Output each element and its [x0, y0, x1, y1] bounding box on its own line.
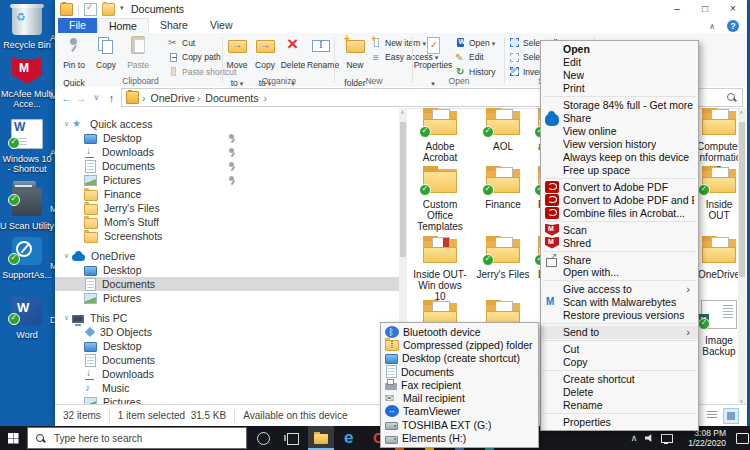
context-menu-item[interactable]: Scan with Malwarebytes: [541, 296, 698, 309]
action-center-icon[interactable]: [732, 426, 748, 450]
scrollbar-thumb[interactable]: [400, 122, 406, 257]
context-menu-item[interactable]: Convert to Adobe PDF and EMail: [541, 193, 698, 206]
ribbon-small-button[interactable]: Edit: [455, 51, 505, 64]
context-menu-item[interactable]: Open: [541, 43, 698, 56]
nav-item[interactable]: Downloads: [55, 145, 407, 159]
taskbar-search[interactable]: [27, 427, 247, 449]
send-to-item[interactable]: Elements (H:): [381, 431, 538, 444]
desktop-icon[interactable]: McAfee Multi Acce...: [0, 56, 54, 110]
back-button[interactable]: ←: [59, 92, 74, 104]
file-explorer-taskbar-icon[interactable]: [308, 426, 334, 450]
maximize-button[interactable]: □: [691, 0, 719, 18]
context-menu-item[interactable]: Give access to: [541, 283, 698, 296]
nav-item[interactable]: Downloads: [55, 367, 407, 381]
send-to-item[interactable]: Compressed (zipped) folder: [381, 338, 538, 351]
file-tile[interactable]: Inside OUT-Win dows 10: [413, 236, 467, 302]
context-menu-item[interactable]: Always keep on this device: [541, 151, 698, 164]
file-tile[interactable]: AOL: [476, 108, 530, 152]
send-to-item[interactable]: Desktop (create shortcut): [381, 352, 538, 365]
context-menu-item[interactable]: Convert to Adobe PDF: [541, 180, 698, 193]
nav-item[interactable]: Music: [55, 381, 407, 395]
send-to-item[interactable]: TOSHIBA EXT (G:): [381, 418, 538, 431]
nav-item[interactable]: Desktop: [55, 339, 407, 353]
context-menu-item[interactable]: Copy: [541, 356, 698, 369]
nav-item[interactable]: Screenshots: [55, 229, 407, 243]
edge-taskbar-icon[interactable]: [337, 426, 363, 450]
qat-new-folder-icon[interactable]: [102, 3, 115, 16]
context-menu-item[interactable]: Delete: [541, 386, 698, 399]
expander-chevron-icon[interactable]: [61, 252, 72, 260]
nav-item[interactable]: Documents: [55, 277, 407, 291]
nav-item[interactable]: This PC: [55, 311, 407, 325]
nav-item[interactable]: Jerry's Files: [55, 201, 407, 215]
file-tile[interactable]: Computer Information: [696, 108, 742, 174]
desktop-icon[interactable]: Windows 10 - Shortcut: [0, 119, 54, 175]
ribbon-tab[interactable]: File: [58, 18, 97, 33]
minimize-button[interactable]: –: [663, 0, 691, 18]
send-to-item[interactable]: TeamViewer: [381, 405, 538, 418]
context-menu-item[interactable]: Open with...: [541, 266, 698, 279]
nav-item[interactable]: Desktop: [55, 131, 407, 145]
forward-button[interactable]: →: [74, 92, 89, 104]
ribbon-collapse-icon[interactable]: ∧: [709, 22, 715, 31]
file-tile[interactable]: Adobe Acrobat: [413, 108, 467, 163]
context-menu-item[interactable]: Share: [541, 112, 698, 125]
context-menu-item[interactable]: Scan: [541, 223, 698, 236]
desktop-icon[interactable]: U Scan Utility: [0, 176, 54, 231]
file-tile[interactable]: Custom Office Templates: [413, 166, 467, 232]
nav-item[interactable]: Pictures: [55, 173, 407, 187]
file-scrollbar[interactable]: [738, 108, 746, 405]
help-icon[interactable]: ?: [727, 20, 739, 32]
context-menu-item[interactable]: Cut: [541, 343, 698, 356]
nav-item[interactable]: Documents: [55, 353, 407, 367]
cortana-icon[interactable]: [250, 426, 276, 450]
breadcrumb-item[interactable]: OneDrive: [141, 92, 196, 104]
context-menu-item[interactable]: Send to: [541, 326, 698, 339]
start-button[interactable]: [0, 426, 26, 450]
desktop-icon[interactable]: SupportAs...: [0, 235, 54, 280]
context-menu-item[interactable]: Free up space: [541, 163, 698, 176]
expander-chevron-icon[interactable]: [61, 120, 72, 128]
ribbon-small-button[interactable]: Open: [455, 36, 505, 49]
desktop-icon[interactable]: Recycle Bin: [0, 4, 54, 50]
ribbon-tab[interactable]: Share: [149, 18, 199, 33]
nav-item[interactable]: 3D Objects: [55, 325, 407, 339]
qat-customize-arrow-icon[interactable]: [120, 4, 128, 15]
file-tile[interactable]: Image Backup: [696, 300, 742, 357]
send-to-item[interactable]: Mail recipient: [381, 391, 538, 404]
expander-chevron-icon[interactable]: [61, 314, 72, 322]
send-to-item[interactable]: Bluetooth device: [381, 325, 538, 338]
up-button[interactable]: ↑: [104, 92, 119, 104]
context-menu-item[interactable]: View online: [541, 125, 698, 138]
send-to-item[interactable]: Fax recipient: [381, 378, 538, 391]
context-menu-item[interactable]: Create shortcut: [541, 373, 698, 386]
close-button[interactable]: ×: [719, 0, 747, 18]
recent-locations-icon[interactable]: ∨: [89, 93, 104, 102]
nav-item[interactable]: Mom's Stuff: [55, 215, 407, 229]
file-tile[interactable]: Jerry's Files: [476, 236, 530, 280]
ribbon-small-button[interactable]: Copy path: [168, 51, 224, 64]
nav-item[interactable]: OneDrive: [55, 249, 407, 263]
nav-item[interactable]: Finance: [55, 187, 407, 201]
breadcrumb-item[interactable]: Documents: [196, 92, 260, 104]
context-menu-item[interactable]: Share: [541, 253, 698, 266]
context-menu-item[interactable]: Rename: [541, 398, 698, 411]
large-icons-view-icon[interactable]: [723, 408, 739, 424]
ribbon-tab[interactable]: View: [199, 18, 244, 33]
ribbon-small-button[interactable]: Cut: [168, 36, 224, 49]
taskbar-search-input[interactable]: [52, 432, 206, 445]
context-menu-item[interactable]: Restore previous versions: [541, 309, 698, 322]
file-tile[interactable]: OneDrive: [696, 236, 742, 280]
desktop-icon[interactable]: Word: [0, 295, 54, 340]
context-menu-item[interactable]: Storage 84% full - Get more: [541, 99, 698, 112]
context-menu-item[interactable]: View version history: [541, 138, 698, 151]
context-menu-item[interactable]: Combine files in Acrobat...: [541, 206, 698, 219]
scrollbar-thumb[interactable]: [739, 122, 745, 277]
context-menu-item[interactable]: Properties: [541, 415, 698, 428]
details-view-icon[interactable]: [705, 408, 719, 422]
file-tile[interactable]: Finance: [476, 166, 530, 210]
context-menu-item[interactable]: New: [541, 69, 698, 82]
context-menu-item[interactable]: Edit: [541, 56, 698, 69]
ribbon-tab[interactable]: Home: [97, 18, 149, 33]
context-menu-item[interactable]: Print: [541, 82, 698, 95]
